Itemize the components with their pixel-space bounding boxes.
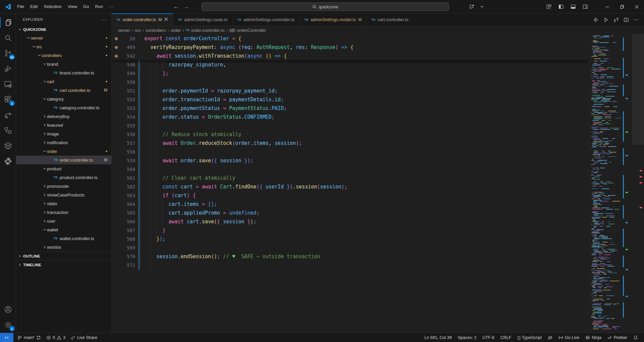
code-line-569[interactable]: 569 xyxy=(112,243,589,252)
chevron-down-icon[interactable] xyxy=(477,2,487,12)
toggle-panel-icon[interactable] xyxy=(568,2,578,12)
more-actions-icon[interactable] xyxy=(632,15,641,24)
status-remote-indicator[interactable] xyxy=(0,333,13,342)
tree-item-product[interactable]: product xyxy=(16,164,111,173)
tree-item-cart-controller-ts[interactable]: TScart.controller.tsM xyxy=(16,86,111,95)
copilot-icon[interactable] xyxy=(467,2,477,12)
code-line-571[interactable]: 571 xyxy=(112,261,589,270)
tree-item-notification[interactable]: notification xyxy=(16,138,111,147)
activity-search-icon[interactable] xyxy=(0,30,16,46)
status-indentation[interactable]: Spaces: 2 xyxy=(455,333,479,342)
tree-item-wallet[interactable]: wallet xyxy=(16,225,111,234)
tree-item-wishlist[interactable]: wishlist xyxy=(16,243,111,251)
tree-item-category-controller-ts[interactable]: TScategory.controller.ts xyxy=(16,103,111,112)
tree-item-image[interactable]: image xyxy=(16,129,111,138)
status-copilot-status[interactable] xyxy=(545,333,555,342)
tab-close-icon[interactable] xyxy=(164,17,168,22)
code-line-557[interactable]: 557 await Order.reduceStock(order.items,… xyxy=(112,139,589,148)
tree-item-order-controller-ts[interactable]: TSorder.controller.tsM xyxy=(16,156,111,164)
tree-item-server[interactable]: server● xyxy=(16,34,111,42)
customize-layout-icon[interactable] xyxy=(544,2,554,12)
code-editor[interactable]: 548 razorpay_signature,549 };550551 orde… xyxy=(112,34,644,333)
menu-edit[interactable]: Edit xyxy=(27,3,41,10)
tree-item-showCaseProducts[interactable]: showCaseProducts xyxy=(16,190,111,199)
code-line-548[interactable]: 548 razorpay_signature, xyxy=(112,60,589,69)
breadcrumb-server[interactable]: server xyxy=(118,28,130,33)
code-line-560[interactable]: 560 xyxy=(112,165,589,174)
activity-extensions-icon[interactable]: 2 xyxy=(0,92,16,107)
minimap[interactable] xyxy=(589,34,644,333)
run-code-icon[interactable] xyxy=(592,15,600,24)
back-arrow-icon[interactable]: ← xyxy=(173,3,179,10)
status-encoding[interactable]: UTF-8 xyxy=(480,333,497,342)
more-actions-icon[interactable]: ··· xyxy=(101,17,107,22)
code-line-566[interactable]: 566 await cart.save({ session }); xyxy=(112,217,589,226)
code-line-563[interactable]: 563 if (cart) { xyxy=(112,191,589,200)
code-line-564[interactable]: 564 cart.items = []; xyxy=(112,200,589,209)
activity-python-icon[interactable] xyxy=(0,154,16,169)
status-eol-sequence[interactable]: CRLF xyxy=(498,333,514,342)
tree-item-controllers[interactable]: controllers● xyxy=(16,51,111,60)
tab-order-controller-ts[interactable]: TSorder.controller.tsM xyxy=(112,13,173,26)
code-line-549[interactable]: 549 }; xyxy=(112,69,589,78)
tree-item-slider[interactable]: slider xyxy=(16,199,111,208)
workspace-root[interactable]: QUICKZONE xyxy=(16,25,111,34)
tree-item-order[interactable]: order● xyxy=(16,147,111,156)
activity-remote-explorer-icon[interactable] xyxy=(0,76,16,92)
code-line-556[interactable]: 556 // Reduce stock atomically xyxy=(112,130,589,139)
tree-item-brand[interactable]: brand xyxy=(16,60,111,68)
panel-outline[interactable]: OUTLINE xyxy=(16,251,111,260)
command-center-search[interactable]: quickzone xyxy=(201,2,449,11)
tree-item-cart[interactable]: cart● xyxy=(16,77,111,86)
code-line-550[interactable]: 550 xyxy=(112,78,589,87)
menu-go[interactable]: Go xyxy=(80,3,92,10)
menu-selection[interactable]: Selection xyxy=(41,3,64,10)
code-line-558[interactable]: 558 xyxy=(112,148,589,156)
activity-run-debug-icon[interactable] xyxy=(0,61,16,76)
status-console-ninja[interactable]: Ninja xyxy=(583,333,604,342)
close-icon[interactable] xyxy=(629,0,644,13)
sticky-line-542[interactable]: 542 await session.withTransaction(async … xyxy=(112,52,589,60)
tree-item-deliveryBoy[interactable]: deliveryBoy xyxy=(16,112,111,121)
tab-adminSettings-model-ts[interactable]: TSadminSettings.model.tsM xyxy=(300,13,367,26)
activity-source-control-icon[interactable]: 34 xyxy=(0,46,16,61)
menu-run[interactable]: Run xyxy=(92,3,106,10)
status-go-live[interactable]: Go Live xyxy=(556,333,582,342)
breadcrumb-controllers[interactable]: controllers xyxy=(146,28,166,33)
tab-adminSettings-controller-ts[interactable]: TSadminSettings.controller.ts xyxy=(233,13,300,26)
forward-arrow-icon[interactable]: → xyxy=(184,3,189,10)
toggle-secondary-sidebar-icon[interactable] xyxy=(580,2,590,12)
breadcrumb[interactable]: server›src›controllers›order›TSorder.con… xyxy=(112,26,644,34)
breadcrumb-order[interactable]: order xyxy=(170,28,181,33)
activity-flowchart-icon[interactable] xyxy=(0,123,16,138)
toggle-sidebar-icon[interactable] xyxy=(556,2,566,12)
minimize-icon[interactable] xyxy=(600,0,614,13)
breadcrumb-symbol[interactable]: orderController xyxy=(237,28,266,33)
tree-item-product-controller-ts[interactable]: TSproduct.controller.ts xyxy=(16,173,111,182)
code-line-552[interactable]: 552 order.transactionId = paymentDetails… xyxy=(112,95,589,104)
breadcrumb-file[interactable]: order.controller.ts xyxy=(191,28,225,33)
tab-adminSettings-route-ts[interactable]: TSadminSettings.route.ts xyxy=(173,13,233,26)
activity-live-share-icon[interactable] xyxy=(0,107,16,123)
tree-item-promocode[interactable]: promocode xyxy=(16,182,111,190)
code-line-562[interactable]: 562 const cart = await Cart.findOne({ us… xyxy=(112,182,589,191)
code-line-567[interactable]: 567 } xyxy=(112,226,589,235)
tree-item-src[interactable]: src● xyxy=(16,42,111,51)
menu-view[interactable]: View xyxy=(65,3,80,10)
tree-item-featured[interactable]: featured xyxy=(16,121,111,129)
status-prettier[interactable]: Prettier xyxy=(605,333,630,342)
panel-timeline[interactable]: TIMELINE xyxy=(16,260,111,269)
sticky-line-469[interactable]: 469 verifyRazorpayPayment: async (req: A… xyxy=(112,43,589,52)
breadcrumb-src[interactable]: src xyxy=(135,28,141,33)
code-line-561[interactable]: 561 // Clear cart atomically xyxy=(112,174,589,182)
status-notifications[interactable] xyxy=(631,333,641,342)
status-cursor-position[interactable]: Ln 591, Col 39 xyxy=(422,333,454,342)
menu-file[interactable]: File xyxy=(14,3,27,10)
code-line-568[interactable]: 568 }); xyxy=(112,235,589,243)
status-live-share[interactable]: Live Share xyxy=(68,333,100,342)
tab-cart-controller-ts[interactable]: TScart.controller.ts xyxy=(367,13,588,26)
scrollbar-slider[interactable] xyxy=(632,34,644,145)
code-line-551[interactable]: 551 order.paymentId = razorpay_payment_i… xyxy=(112,87,589,95)
code-line-570[interactable]: 570 session.endSession(); // ♥ SAFE — ou… xyxy=(112,252,589,261)
code-line-559[interactable]: 559 await order.save({ session }); xyxy=(112,156,589,165)
